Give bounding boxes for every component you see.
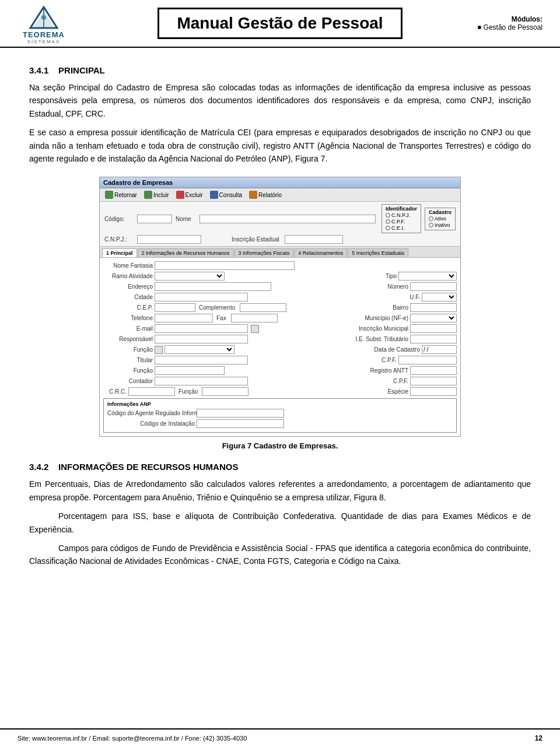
crc-input[interactable]	[128, 387, 175, 396]
footer-page: 12	[535, 734, 542, 742]
page-footer: Site: www.teorema.inf.br / Email: suport…	[0, 728, 560, 747]
anp-group-title: Informações ANP	[107, 401, 453, 407]
insc-estadual-input[interactable]	[285, 235, 343, 244]
especie-label: Espécie	[385, 388, 408, 395]
tab-1-principal[interactable]: 1 Principal	[102, 248, 137, 257]
insc-municipal-label: Inscrição Municipal	[350, 325, 408, 332]
funcao-label: Função	[103, 346, 153, 353]
page-header: TEOREMA SISTEMAS Manual Gestão de Pessoa…	[0, 0, 560, 48]
titular-input[interactable]	[155, 356, 248, 364]
header-title-box: Manual Gestão de Pessoal	[93, 8, 467, 39]
ramo-atividade-select[interactable]	[155, 272, 225, 280]
logo-box: TEOREMA SISTEMAS	[18, 6, 70, 41]
nome-fantasia-input[interactable]	[155, 261, 295, 270]
endereco-label: Endereço	[103, 283, 153, 290]
radio-cnpj[interactable]	[386, 213, 390, 218]
radio-inativo[interactable]	[429, 223, 433, 227]
especie-input[interactable]	[410, 387, 457, 396]
ramo-tipo-row: Ramo Atividade Tipo	[103, 272, 457, 280]
cpf-input[interactable]	[398, 356, 457, 364]
nome-input[interactable]	[200, 215, 376, 223]
consulta-button[interactable]: Consulta	[208, 190, 244, 199]
footer-text: Site: www.teorema.inf.br / Email: suport…	[18, 735, 535, 742]
svg-point-4	[41, 15, 46, 20]
numero-label: Número	[385, 283, 408, 290]
cidade-input[interactable]	[155, 293, 248, 301]
responsavel-ie-row: Responsável I.E. Subst. Tributário	[103, 335, 457, 343]
retornar-label: Retornar	[114, 192, 137, 198]
crc-label: C.R.C.	[103, 388, 127, 395]
relatorio-label: Relatório	[258, 192, 282, 198]
fax-label: Fax	[215, 315, 229, 321]
contador-input[interactable]	[155, 377, 248, 385]
cpf2-input[interactable]	[410, 377, 457, 385]
numero-input[interactable]	[410, 282, 457, 291]
logo-teorema: TEOREMA SISTEMAS	[18, 6, 70, 44]
bairro-input[interactable]	[410, 303, 457, 312]
excluir-button[interactable]: Excluir	[174, 190, 205, 199]
responsavel-input[interactable]	[155, 335, 248, 343]
incluir-label: Incluir	[153, 192, 169, 198]
insc-estadual-label: Inscrição Estadual	[232, 236, 281, 243]
incluir-button[interactable]: Incluir	[142, 190, 171, 199]
incluir-icon	[144, 191, 152, 199]
codigo-agente-label: Código do Agente Regulado Informante	[107, 410, 195, 416]
uf-label: U.F.	[405, 294, 420, 300]
cidade-uf-row: Cidade U.F.	[103, 293, 457, 301]
radio-ativo[interactable]	[429, 216, 433, 221]
section-342-heading: INFORMAÇÕES DE RECURSOS HUMANOS	[58, 462, 238, 472]
tab-3-fiscal[interactable]: 3 Informações Fiscais	[235, 248, 294, 257]
ramo-atividade-label: Ramo Atividade	[103, 273, 153, 279]
radio-cnpj-row: C.N.P.J.	[386, 212, 417, 218]
funcao2-label: Função	[103, 367, 153, 374]
funcao2-input[interactable]	[155, 366, 225, 375]
tab-5-inscricoes[interactable]: 5 Inscrições Estaduais	[348, 248, 408, 257]
funcao-select[interactable]	[164, 345, 235, 354]
codigo-input[interactable]	[137, 215, 172, 223]
fax-input[interactable]	[231, 314, 278, 322]
funcao3-label: Função	[177, 388, 200, 395]
cep-input[interactable]	[155, 303, 195, 312]
tab-4-relacionamentos[interactable]: 4 Relacionamentos	[294, 248, 347, 257]
figure-7-caption: Figura 7 Cadastro de Empresas.	[222, 441, 338, 450]
uf-select[interactable]	[422, 293, 457, 301]
tab-2-rh[interactable]: 2 Informações de Recursos Humanos	[138, 248, 234, 257]
section-342-number: 3.4.2	[29, 462, 48, 472]
insc-municipal-input[interactable]	[410, 324, 457, 333]
codigo-instalacao-input[interactable]	[197, 419, 284, 428]
app-titlebar: Cadastro de Empresas	[100, 177, 460, 188]
telefone-input[interactable]	[155, 314, 213, 322]
retornar-button[interactable]: Retornar	[103, 190, 139, 199]
relatorio-button[interactable]: Relatório	[247, 190, 284, 199]
data-cadastro-label: Data de Cadastro	[373, 346, 420, 353]
complemento-input[interactable]	[240, 303, 286, 312]
codigo-instalacao-row: Código de Instalação	[107, 419, 453, 428]
radio-cei[interactable]	[386, 226, 390, 230]
endereco-input[interactable]	[155, 282, 271, 291]
ie-subst-input[interactable]	[410, 335, 457, 343]
email-input[interactable]	[155, 324, 248, 333]
radio-inativo-row: Inativo	[429, 222, 452, 228]
tipo-select[interactable]	[398, 272, 457, 280]
data-cadastro-input[interactable]	[422, 345, 457, 354]
consulta-label: Consulta	[219, 192, 242, 198]
radio-ativo-label: Ativo	[435, 216, 446, 222]
main-content: 3.4.1 PRINCIPAL Na seção Principal do Ca…	[0, 48, 560, 585]
cnpj-input[interactable]	[137, 235, 201, 244]
figure-7-container: Cadastro de Empresas Retornar Incluir Ex…	[29, 177, 531, 450]
funcao-icon[interactable]	[155, 346, 163, 354]
radio-cpf-label: C.P.F.	[391, 219, 405, 225]
retornar-icon	[105, 191, 113, 199]
registro-antt-input[interactable]	[410, 366, 457, 375]
codigo-agente-input[interactable]	[197, 409, 284, 418]
section-341-body1: Na seção Principal do Cadastro de Empres…	[29, 81, 531, 120]
radio-cpf[interactable]	[386, 219, 390, 224]
bairro-label: Bairro	[388, 304, 408, 311]
nome-label: Nome	[176, 216, 196, 222]
municipio-select[interactable]	[410, 314, 457, 322]
header-modules: Módulos: Gestão de Pessoal	[467, 15, 542, 31]
funcao3-input[interactable]	[202, 387, 249, 396]
email-icon[interactable]	[251, 325, 259, 333]
section-342-body3: Campos para códigos de Fundo de Previdên…	[29, 542, 531, 568]
cadastro-label: Cadastro	[429, 209, 452, 215]
